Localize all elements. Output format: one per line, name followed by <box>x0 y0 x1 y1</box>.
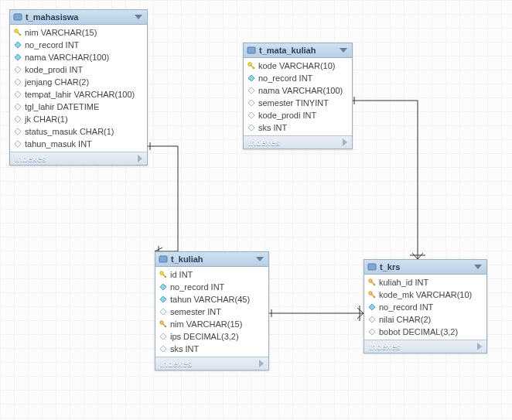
indexes-section[interactable]: Indexes <box>155 357 268 370</box>
table-t-mahasiswa[interactable]: t_mahasiswa nim VARCHAR(15)no_record INT… <box>9 9 148 166</box>
diamond-icon <box>14 41 22 49</box>
column-row[interactable]: id INT <box>155 268 268 281</box>
diamond-icon <box>368 303 376 311</box>
collapse-arrow-icon[interactable] <box>474 265 482 269</box>
indexes-section[interactable]: Indexes <box>10 152 147 165</box>
column-row[interactable]: status_masuk CHAR(1) <box>10 125 147 138</box>
column-label: no_record INT <box>258 73 312 83</box>
table-header[interactable]: t_krs <box>364 260 486 275</box>
svg-rect-7 <box>368 264 376 270</box>
column-row[interactable]: kode VARCHAR(10) <box>244 60 352 72</box>
column-row[interactable]: kode_prodi INT <box>244 109 352 121</box>
diamond-icon <box>14 140 22 148</box>
column-row[interactable]: kode_prodi INT <box>10 63 147 76</box>
column-label: ips DECIMAL(3,2) <box>170 332 239 341</box>
expand-arrow-icon[interactable] <box>259 360 264 367</box>
table-title: t_mata_kuliah <box>259 46 336 55</box>
column-row[interactable]: kode_mk VARCHAR(10) <box>364 289 486 301</box>
table-icon <box>13 12 22 22</box>
table-icon <box>159 254 168 264</box>
column-row[interactable]: ips DECIMAL(3,2) <box>155 330 268 343</box>
diamond-icon <box>14 53 22 61</box>
column-list: kode VARCHAR(10)no_record INTnama VARCHA… <box>244 58 352 135</box>
indexes-label: Indexes <box>160 359 192 368</box>
column-row[interactable]: nilai CHAR(2) <box>364 313 486 326</box>
table-header[interactable]: t_mata_kuliah <box>244 43 352 58</box>
column-row[interactable]: tgl_lahir DATETIME <box>10 101 147 113</box>
indexes-label: Indexes <box>369 342 401 351</box>
key-icon <box>368 291 376 299</box>
table-header[interactable]: t_kuliah <box>155 252 268 267</box>
column-label: nama VARCHAR(100) <box>25 53 109 62</box>
indexes-section[interactable]: Indexes <box>364 340 486 353</box>
column-row[interactable]: tahun VARCHAR(45) <box>155 293 268 306</box>
indexes-label: Indexes <box>15 154 46 163</box>
column-row[interactable]: sks INT <box>244 121 352 134</box>
table-t-mata-kuliah[interactable]: t_mata_kuliah kode VARCHAR(10)no_record … <box>243 43 353 149</box>
column-label: kode_prodi INT <box>258 111 316 120</box>
column-row[interactable]: jk CHAR(1) <box>10 113 147 125</box>
indexes-section[interactable]: Indexes <box>244 135 352 149</box>
column-list: kuliah_id INTkode_mk VARCHAR(10)no_recor… <box>364 275 486 340</box>
table-title: t_mahasiswa <box>26 12 131 22</box>
diamond-icon <box>14 90 22 98</box>
expand-arrow-icon[interactable] <box>138 155 142 162</box>
collapse-arrow-icon[interactable] <box>135 15 142 19</box>
column-label: sks INT <box>258 123 287 132</box>
column-label: nim VARCHAR(15) <box>25 28 97 37</box>
table-t-krs[interactable]: t_krs kuliah_id INTkode_mk VARCHAR(10)no… <box>364 259 487 353</box>
column-row[interactable]: bobot DECIMAL(3,2) <box>364 326 486 338</box>
svg-rect-0 <box>14 14 22 20</box>
column-label: sks INT <box>170 344 199 353</box>
key-icon <box>159 320 167 328</box>
diamond-icon <box>159 333 167 340</box>
column-row[interactable]: no_record INT <box>244 72 352 84</box>
table-t-kuliah[interactable]: t_kuliah id INTno_record INTtahun VARCHA… <box>155 251 269 370</box>
column-row[interactable]: sks INT <box>155 343 268 355</box>
column-label: jk CHAR(1) <box>25 114 68 124</box>
column-label: tahun_masuk INT <box>25 139 92 149</box>
indexes-label: Indexes <box>248 138 280 147</box>
column-label: kode_prodi INT <box>25 65 83 74</box>
column-row[interactable]: jenjang CHAR(2) <box>10 76 147 88</box>
table-header[interactable]: t_mahasiswa <box>10 10 147 25</box>
diamond-icon <box>14 115 22 123</box>
collapse-arrow-icon[interactable] <box>256 257 264 261</box>
column-row[interactable]: nim VARCHAR(15) <box>10 26 147 39</box>
diamond-icon <box>14 103 22 111</box>
table-title: t_kuliah <box>171 254 253 264</box>
column-label: no_record INT <box>25 40 79 50</box>
column-row[interactable]: tahun_masuk INT <box>10 138 147 150</box>
table-title: t_krs <box>380 262 471 271</box>
column-label: kode_mk VARCHAR(10) <box>379 290 472 299</box>
diamond-icon <box>247 111 255 119</box>
column-label: nilai CHAR(2) <box>379 315 431 324</box>
diamond-icon <box>247 74 255 82</box>
diamond-icon <box>247 87 255 94</box>
column-label: no_record INT <box>170 282 224 292</box>
diamond-icon <box>247 124 255 131</box>
column-label: id INT <box>170 270 193 279</box>
column-row[interactable]: semester INT <box>155 306 268 318</box>
diamond-icon <box>159 295 167 303</box>
diamond-icon <box>368 316 376 323</box>
expand-arrow-icon[interactable] <box>343 138 347 146</box>
column-row[interactable]: kuliah_id INT <box>364 276 486 289</box>
column-row[interactable]: nama VARCHAR(100) <box>244 84 352 97</box>
column-label: nama VARCHAR(100) <box>258 86 343 95</box>
erd-canvas: t_mahasiswa nim VARCHAR(15)no_record INT… <box>0 0 512 420</box>
column-row[interactable]: no_record INT <box>155 281 268 293</box>
column-row[interactable]: semester TINYINT <box>244 97 352 109</box>
collapse-arrow-icon[interactable] <box>340 48 347 53</box>
column-row[interactable]: tempat_lahir VARCHAR(100) <box>10 88 147 101</box>
table-icon <box>247 46 256 55</box>
column-row[interactable]: no_record INT <box>10 39 147 51</box>
column-row[interactable]: nim VARCHAR(15) <box>155 318 268 330</box>
column-row[interactable]: nama VARCHAR(100) <box>10 51 147 63</box>
expand-arrow-icon[interactable] <box>477 343 482 350</box>
column-label: tgl_lahir DATETIME <box>25 102 99 111</box>
column-row[interactable]: no_record INT <box>364 301 486 313</box>
column-list: nim VARCHAR(15)no_record INTnama VARCHAR… <box>10 25 147 152</box>
column-label: jenjang CHAR(2) <box>25 77 89 87</box>
column-label: status_masuk CHAR(1) <box>25 127 114 136</box>
